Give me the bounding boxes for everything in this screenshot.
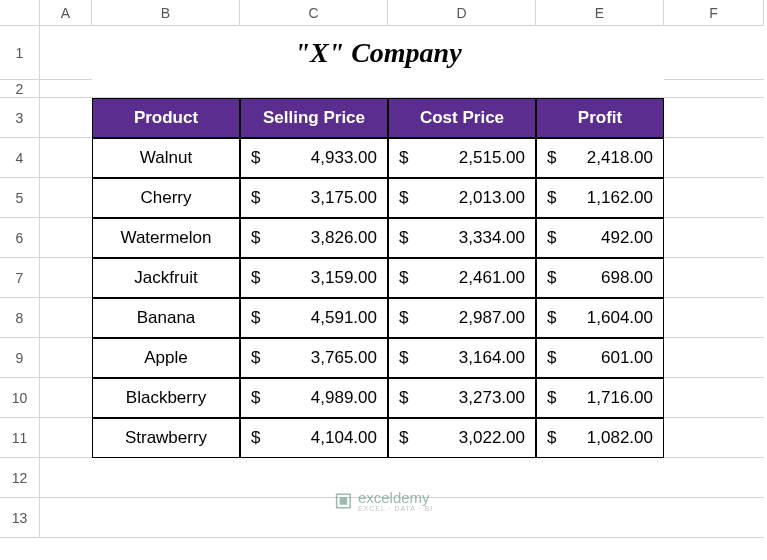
exceldemy-logo-icon	[334, 492, 352, 510]
cell-D2[interactable]	[388, 80, 536, 98]
cell-cost-2[interactable]: $3,334.00	[388, 218, 536, 258]
row-header-11[interactable]: 11	[0, 418, 40, 458]
header-profit[interactable]: Profit	[536, 98, 664, 138]
col-header-F[interactable]: F	[664, 0, 764, 26]
row-header-9[interactable]: 9	[0, 338, 40, 378]
row-header-7[interactable]: 7	[0, 258, 40, 298]
row-header-2[interactable]: 2	[0, 80, 40, 98]
cell-F3[interactable]	[664, 98, 764, 138]
header-cost-price[interactable]: Cost Price	[388, 98, 536, 138]
cell-E13[interactable]	[536, 498, 664, 538]
cell-profit-2[interactable]: $492.00	[536, 218, 664, 258]
cell-F10[interactable]	[664, 378, 764, 418]
cell-cost-7[interactable]: $3,022.00	[388, 418, 536, 458]
cell-profit-4[interactable]: $1,604.00	[536, 298, 664, 338]
cell-product-5[interactable]: Apple	[92, 338, 240, 378]
row-header-3[interactable]: 3	[0, 98, 40, 138]
cell-A5[interactable]	[40, 178, 92, 218]
cell-C2[interactable]	[240, 80, 388, 98]
cell-cost-0[interactable]: $2,515.00	[388, 138, 536, 178]
col-header-C[interactable]: C	[240, 0, 388, 26]
cell-cost-1[interactable]: $2,013.00	[388, 178, 536, 218]
cell-A2[interactable]	[40, 80, 92, 98]
dollar-icon: $	[251, 428, 260, 448]
cell-F7[interactable]	[664, 258, 764, 298]
cell-B13[interactable]	[92, 498, 240, 538]
row-header-12[interactable]: 12	[0, 458, 40, 498]
value: 2,987.00	[459, 308, 525, 328]
row-header-1[interactable]: 1	[0, 26, 40, 80]
cell-E2[interactable]	[536, 80, 664, 98]
cell-F5[interactable]	[664, 178, 764, 218]
value: 1,082.00	[587, 428, 653, 448]
cell-cost-5[interactable]: $3,164.00	[388, 338, 536, 378]
cell-profit-1[interactable]: $1,162.00	[536, 178, 664, 218]
cell-A10[interactable]	[40, 378, 92, 418]
cell-cost-6[interactable]: $3,273.00	[388, 378, 536, 418]
cell-A13[interactable]	[40, 498, 92, 538]
col-header-E[interactable]: E	[536, 0, 664, 26]
cell-product-4[interactable]: Banana	[92, 298, 240, 338]
cell-A9[interactable]	[40, 338, 92, 378]
cell-product-2[interactable]: Watermelon	[92, 218, 240, 258]
cell-F4[interactable]	[664, 138, 764, 178]
cell-A8[interactable]	[40, 298, 92, 338]
cell-profit-0[interactable]: $2,418.00	[536, 138, 664, 178]
cell-product-6[interactable]: Blackberry	[92, 378, 240, 418]
cell-F2[interactable]	[664, 80, 764, 98]
col-header-D[interactable]: D	[388, 0, 536, 26]
cell-profit-7[interactable]: $1,082.00	[536, 418, 664, 458]
header-selling-price[interactable]: Selling Price	[240, 98, 388, 138]
cell-F12[interactable]	[664, 458, 764, 498]
col-header-B[interactable]: B	[92, 0, 240, 26]
cell-A6[interactable]	[40, 218, 92, 258]
value: 2,515.00	[459, 148, 525, 168]
cell-F11[interactable]	[664, 418, 764, 458]
dollar-icon: $	[399, 188, 408, 208]
value: 1,716.00	[587, 388, 653, 408]
cell-product-0[interactable]: Walnut	[92, 138, 240, 178]
cell-selling-6[interactable]: $4,989.00	[240, 378, 388, 418]
title-cell[interactable]: "X" Company	[92, 26, 664, 80]
cell-profit-3[interactable]: $698.00	[536, 258, 664, 298]
cell-cost-3[interactable]: $2,461.00	[388, 258, 536, 298]
cell-A12[interactable]	[40, 458, 92, 498]
cell-selling-0[interactable]: $4,933.00	[240, 138, 388, 178]
cell-A1[interactable]	[40, 26, 92, 80]
row-header-10[interactable]: 10	[0, 378, 40, 418]
cell-selling-5[interactable]: $3,765.00	[240, 338, 388, 378]
cell-F6[interactable]	[664, 218, 764, 258]
cell-product-3[interactable]: Jackfruit	[92, 258, 240, 298]
cell-E12[interactable]	[536, 458, 664, 498]
cell-B12[interactable]	[92, 458, 240, 498]
cell-B2[interactable]	[92, 80, 240, 98]
cell-selling-2[interactable]: $3,826.00	[240, 218, 388, 258]
dollar-icon: $	[251, 388, 260, 408]
value: 3,273.00	[459, 388, 525, 408]
cell-selling-1[interactable]: $3,175.00	[240, 178, 388, 218]
cell-product-1[interactable]: Cherry	[92, 178, 240, 218]
row-header-4[interactable]: 4	[0, 138, 40, 178]
cell-profit-5[interactable]: $601.00	[536, 338, 664, 378]
cell-A7[interactable]	[40, 258, 92, 298]
row-header-13[interactable]: 13	[0, 498, 40, 538]
cell-cost-4[interactable]: $2,987.00	[388, 298, 536, 338]
cell-product-7[interactable]: Strawberry	[92, 418, 240, 458]
cell-A11[interactable]	[40, 418, 92, 458]
row-header-5[interactable]: 5	[0, 178, 40, 218]
cell-F1[interactable]	[664, 26, 764, 80]
cell-selling-7[interactable]: $4,104.00	[240, 418, 388, 458]
cell-profit-6[interactable]: $1,716.00	[536, 378, 664, 418]
col-header-A[interactable]: A	[40, 0, 92, 26]
row-header-8[interactable]: 8	[0, 298, 40, 338]
header-product[interactable]: Product	[92, 98, 240, 138]
cell-A3[interactable]	[40, 98, 92, 138]
cell-F9[interactable]	[664, 338, 764, 378]
cell-selling-4[interactable]: $4,591.00	[240, 298, 388, 338]
dollar-icon: $	[547, 388, 556, 408]
cell-F13[interactable]	[664, 498, 764, 538]
cell-selling-3[interactable]: $3,159.00	[240, 258, 388, 298]
row-header-6[interactable]: 6	[0, 218, 40, 258]
cell-F8[interactable]	[664, 298, 764, 338]
cell-A4[interactable]	[40, 138, 92, 178]
